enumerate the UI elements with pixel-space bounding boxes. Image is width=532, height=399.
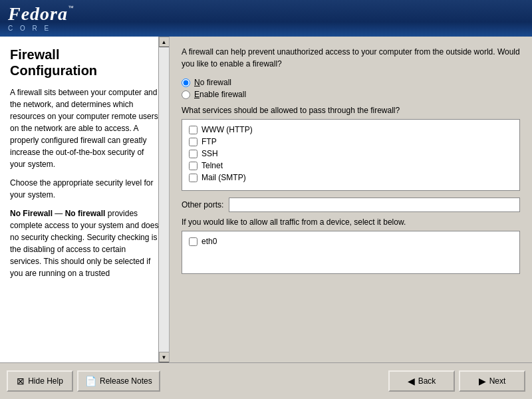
scroll-up-button[interactable]: ▲ [159,37,170,47]
ssh-label[interactable]: SSH [201,149,218,158]
intro-paragraph: A firewall can help prevent unauthorized… [182,46,520,70]
device-box: eth0 [182,231,520,274]
trademark-symbol: ™ [68,5,74,11]
next-button[interactable]: ▶ Next [459,370,525,392]
next-icon: ▶ [479,376,486,386]
device-label: If you would like to allow all traffic f… [182,217,520,227]
enable-firewall-radio[interactable] [182,90,190,99]
fedora-logo: Fedora ™ C O R E [8,5,74,32]
back-button[interactable]: ◀ Back [388,370,455,392]
ftp-service-item: FTP [189,137,513,146]
other-ports-input[interactable] [229,198,520,212]
sidebar-para-2: Choose the appropriate security level fo… [10,177,159,201]
no-firewall-radio[interactable] [182,78,190,87]
telnet-label[interactable]: Telnet [201,161,223,170]
eth0-checkbox[interactable] [189,237,198,246]
next-label: Next [489,376,506,386]
enable-firewall-option: Enable firewall [182,90,520,99]
hide-help-label: Hide Help [28,376,63,386]
firewall-radio-group: No firewall Enable firewall [182,78,520,99]
other-ports-row: Other ports: [182,198,520,212]
fedora-brand-text: Fedora [8,5,68,23]
scroll-track [159,47,169,352]
ssh-service-item: SSH [189,149,513,158]
no-firewall-option: No firewall [182,78,520,87]
release-notes-icon: 📄 [85,376,96,386]
main-layout: FirewallConfiguration A firewall sits be… [0,37,532,362]
footer-right-buttons: ◀ Back ▶ Next [388,370,525,392]
fedora-core-label: C O R E [8,25,51,32]
ssh-checkbox[interactable] [189,150,198,158]
mail-checkbox[interactable] [189,174,198,182]
sidebar-scrollbar[interactable]: ▲ ▼ [158,37,169,362]
no-firewall-label[interactable]: No firewall [194,78,231,87]
www-service-item: WWW (HTTP) [189,125,513,134]
ftp-checkbox[interactable] [189,138,198,146]
scroll-down-button[interactable]: ▼ [159,352,170,362]
content-area: A firewall can help prevent unauthorized… [170,37,532,362]
mail-service-item: Mail (SMTP) [189,173,513,182]
sidebar-title: FirewallConfiguration [10,47,159,78]
release-notes-button[interactable]: 📄 Release Notes [77,370,160,392]
ftp-label[interactable]: FTP [201,137,217,146]
www-checkbox[interactable] [189,126,198,134]
www-label[interactable]: WWW (HTTP) [201,125,253,134]
telnet-checkbox[interactable] [189,162,198,170]
sidebar: FirewallConfiguration A firewall sits be… [0,37,170,362]
sidebar-para-1: A firewall sits between your computer an… [10,86,159,170]
services-question: What services should be allowed to pass … [182,106,520,115]
eth0-item: eth0 [189,237,513,246]
enable-firewall-label[interactable]: Enable firewall [194,90,246,99]
hide-help-icon: ⊠ [17,376,25,386]
mail-label[interactable]: Mail (SMTP) [201,173,246,182]
telnet-service-item: Telnet [189,161,513,170]
other-ports-label: Other ports: [182,200,223,209]
hide-help-button[interactable]: ⊠ Hide Help [7,370,73,392]
footer-left-buttons: ⊠ Hide Help 📄 Release Notes [7,370,160,392]
services-box: WWW (HTTP) FTP SSH Telnet Mail (SMTP) [182,119,520,191]
release-notes-label: Release Notes [100,376,152,386]
footer: ⊠ Hide Help 📄 Release Notes ◀ Back ▶ Nex… [0,362,532,399]
back-label: Back [418,376,436,386]
sidebar-para-3: No Firewall — No firewall provides compl… [10,207,159,279]
back-icon: ◀ [408,376,415,386]
header: Fedora ™ C O R E [0,0,532,37]
eth0-label[interactable]: eth0 [201,237,217,246]
